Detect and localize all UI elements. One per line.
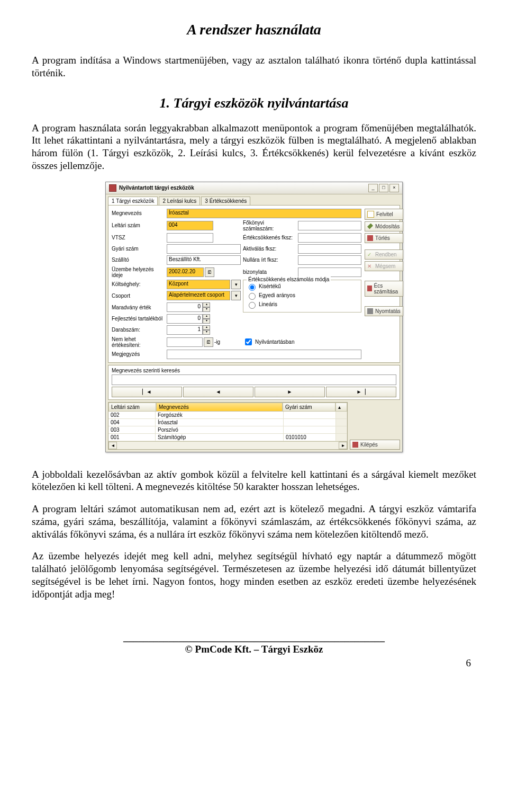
scroll-right-icon[interactable]: ▸ <box>339 442 347 449</box>
modositas-button[interactable]: Módosítás <box>365 221 403 231</box>
page-number: 6 <box>32 657 476 669</box>
scroll-left-icon[interactable]: ◂ <box>108 442 117 449</box>
cell-leltari: 002 <box>108 412 156 419</box>
radio-egyedi-label: Egyedi arányos <box>259 292 295 298</box>
label-szallito: Szállító <box>112 257 165 263</box>
label-nemlehet: Nem lehet értékesíteni: <box>112 336 165 348</box>
input-ertek-fksz[interactable] <box>298 233 361 243</box>
radio-egyedi[interactable] <box>249 293 256 300</box>
table-row[interactable]: 003Porszívó <box>108 426 347 434</box>
minimize-button[interactable]: _ <box>368 184 378 192</box>
table-header-gyari[interactable]: Gyári szám <box>283 403 335 412</box>
spin-down-maradvany[interactable]: ▾ <box>203 307 210 312</box>
label-ertek-fksz: Értékcsökkenés fksz: <box>243 235 296 240</box>
label-nullara: Nullára írt fksz: <box>243 257 296 263</box>
spin-down-fejlesztesi[interactable]: ▾ <box>203 319 210 324</box>
spin-up-darabszam[interactable]: ▴ <box>203 325 210 330</box>
nav-first-button[interactable]: ▏◄ <box>112 387 182 397</box>
label-fejlesztesi: Fejlesztési tartalékból <box>112 316 165 322</box>
torles-button[interactable]: Törlés <box>365 233 403 243</box>
cell-leltari: 001 <box>108 434 156 441</box>
search-input[interactable] <box>112 374 396 385</box>
footer-separator: ________________________________________… <box>32 632 476 644</box>
select-koltseghely[interactable]: Központ <box>167 280 230 289</box>
cell-megnevezes: Forgószék <box>156 412 284 419</box>
dropdown-csoport-icon[interactable]: ▾ <box>231 291 241 300</box>
input-leltari-szam[interactable]: 004 <box>167 221 213 230</box>
print-icon <box>367 308 373 314</box>
nyomtatas-button[interactable]: Nyomtatás <box>365 306 403 316</box>
section-heading: 1. Tárgyi eszközök nyilvántartása <box>32 95 476 111</box>
footer-text: © PmCode Kft. – Tárgyi Eszköz <box>32 644 476 655</box>
calendar-button[interactable]: 🗓 <box>205 267 214 277</box>
table-row[interactable]: 002Forgószék <box>108 412 347 419</box>
table-row[interactable]: 004Íróasztal <box>108 419 347 426</box>
table-header-megnevezes[interactable]: Megnevezés <box>156 403 283 412</box>
input-bizonylata[interactable] <box>298 267 361 277</box>
intro-paragraph: A program indítása a Windows startmenüjé… <box>32 54 476 79</box>
nav-last-button[interactable]: ►▕ <box>326 387 396 397</box>
maximize-button[interactable]: □ <box>379 184 388 192</box>
tab-bar: 1 Tárgyi eszközök 2 Leírási kulcs 3 Érté… <box>106 194 402 205</box>
input-fokonyvi[interactable] <box>298 221 361 230</box>
input-aktiv-fksz[interactable] <box>298 244 361 254</box>
label-gyari: Gyári szám <box>112 246 165 252</box>
checkbox-nyilv-label: Nyilvántartásban <box>255 339 294 345</box>
input-darabszam[interactable]: 1 <box>167 325 203 335</box>
label-leltari: Leltári szám <box>112 222 165 228</box>
horizontal-scrollbar[interactable]: ◂ ▸ <box>108 441 347 449</box>
ecs-szamitasa-button[interactable]: Écs számítása <box>365 281 403 297</box>
checkbox-nyilvantartasban[interactable] <box>245 338 252 345</box>
input-maradvany[interactable]: 0 <box>167 302 203 312</box>
nav-prev-button[interactable]: ◄ <box>183 387 253 397</box>
input-nemlehet-date[interactable] <box>167 337 203 347</box>
radio-kiserteku[interactable] <box>249 284 256 291</box>
asset-table: Leltári szám Megnevezés Gyári szám ▴ 002… <box>108 402 348 450</box>
table-header-leltari[interactable]: Leltári szám <box>108 403 156 412</box>
tab-ertekcsokkenes[interactable]: 3 Értékcsökkenés <box>201 197 250 205</box>
felvitel-button[interactable]: Felvitel <box>365 209 403 220</box>
label-aktiv-fksz: Aktiválás fksz: <box>243 246 296 252</box>
cell-gyari <box>284 412 336 419</box>
scroll-up-icon[interactable]: ▴ <box>335 403 347 412</box>
calendar-button-2[interactable]: 🗓 <box>204 337 213 347</box>
cell-gyari <box>284 426 336 434</box>
input-uzembe-date[interactable]: 2002.02.20 <box>167 267 204 277</box>
label-vtsz: VTSZ <box>112 235 165 240</box>
close-button[interactable]: × <box>389 184 399 192</box>
nav-next-button[interactable]: ► <box>255 387 325 397</box>
input-gyari[interactable] <box>167 244 241 254</box>
radio-linearis-label: Lineáris <box>259 301 277 307</box>
calendar-icon: 🗓 <box>207 270 212 275</box>
paragraph-1: A program használata során leggyakrabban… <box>32 122 476 172</box>
spin-up-fejlesztesi[interactable]: ▴ <box>203 314 210 319</box>
label-ig: -ig <box>214 339 220 345</box>
label-megjegyzes: Megjegyzés <box>112 351 165 357</box>
cancel-icon: ✕ <box>367 263 373 269</box>
tab-leirasi-kulcs[interactable]: 2 Leírási kulcs <box>159 197 200 205</box>
tab-targyi-eszkozok[interactable]: 1 Tárgyi eszközök <box>108 197 158 205</box>
radio-linearis[interactable] <box>249 302 256 309</box>
screenshot-window: Nyilvántartott tárgyi eszközök _ □ × 1 T… <box>105 182 403 452</box>
input-vtsz[interactable] <box>167 233 213 243</box>
cell-leltari: 004 <box>108 419 156 426</box>
paragraph-3: A program leltári számot automatikusan n… <box>32 503 476 540</box>
table-row[interactable]: 001Számítógép0101010 <box>108 434 347 441</box>
new-icon <box>367 211 374 218</box>
input-fejlesztesi[interactable]: 0 <box>167 314 203 324</box>
select-csoport[interactable]: Alapértelmezett csoport <box>167 291 230 300</box>
spin-down-darabszam[interactable]: ▾ <box>203 330 210 335</box>
app-icon <box>109 184 116 192</box>
exit-icon <box>352 442 358 448</box>
dropdown-koltseghely-icon[interactable]: ▾ <box>231 280 241 289</box>
spin-up-maradvany[interactable]: ▴ <box>203 302 210 307</box>
page-title: A rendszer használata <box>32 21 476 38</box>
kilepes-button[interactable]: Kilépés <box>350 440 400 450</box>
input-megjegyzes[interactable] <box>167 350 361 359</box>
input-megnevezes[interactable]: Íróasztal <box>167 209 361 218</box>
input-nullara[interactable] <box>298 255 361 265</box>
megsem-button[interactable]: ✕Mégsem <box>365 261 403 271</box>
label-maradvany: Maradvány érték <box>112 305 165 310</box>
rendben-button[interactable]: ✓Rendben <box>365 249 403 260</box>
input-szallito[interactable]: Beszállító Kft. <box>167 255 241 265</box>
